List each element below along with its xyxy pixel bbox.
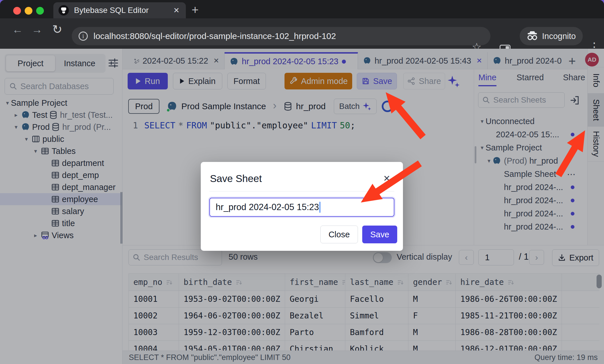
incognito-icon (527, 31, 538, 41)
back-icon[interactable]: ← (12, 24, 23, 36)
new-browser-tab-button[interactable]: + (192, 4, 199, 16)
incognito-label: Incognito (542, 32, 576, 41)
dialog-title: Save Sheet (210, 173, 262, 184)
browser-chrome: Bytebase SQL Editor ✕ + ← → ↻ i localhos… (0, 0, 604, 49)
dialog-close-icon[interactable]: ✕ (383, 173, 390, 183)
site-info-icon[interactable]: i (79, 32, 88, 41)
dialog-divider (209, 191, 394, 191)
url-bar[interactable]: i localhost:8080/sql-editor/prod-sample-… (72, 27, 490, 45)
sheet-name-value: hr_prod 2024-02-05 15:23 (216, 202, 319, 212)
sheet-name-input[interactable]: hr_prod 2024-02-05 15:23 (209, 198, 394, 217)
browser-tab-close-icon[interactable]: ✕ (172, 5, 181, 16)
browser-navbar: ← → ↻ i localhost:8080/sql-editor/prod-s… (0, 18, 604, 49)
url-text: localhost:8080/sql-editor/prod-sample-in… (93, 31, 336, 41)
browser-tab[interactable]: Bytebase SQL Editor ✕ (53, 2, 186, 18)
browser-tab-title: Bytebase SQL Editor (74, 6, 172, 15)
dialog-close-button[interactable]: Close (320, 226, 358, 243)
dialog-save-button[interactable]: Save (362, 226, 397, 243)
traffic-close-button[interactable] (13, 7, 21, 15)
bytebase-favicon-icon (59, 5, 69, 15)
browser-titlebar: Bytebase SQL Editor ✕ + (0, 0, 604, 18)
screenshot-stage: Bytebase SQL Editor ✕ + ← → ↻ i localhos… (0, 0, 604, 364)
reload-icon[interactable]: ↻ (52, 22, 62, 36)
save-sheet-dialog: Save Sheet ✕ hr_prod 2024-02-05 15:23 Cl… (201, 162, 403, 251)
traffic-zoom-button[interactable] (36, 7, 44, 15)
text-cursor (319, 202, 320, 213)
forward-icon[interactable]: → (32, 24, 42, 36)
traffic-minimize-button[interactable] (25, 7, 32, 15)
incognito-badge: Incognito (520, 27, 583, 45)
